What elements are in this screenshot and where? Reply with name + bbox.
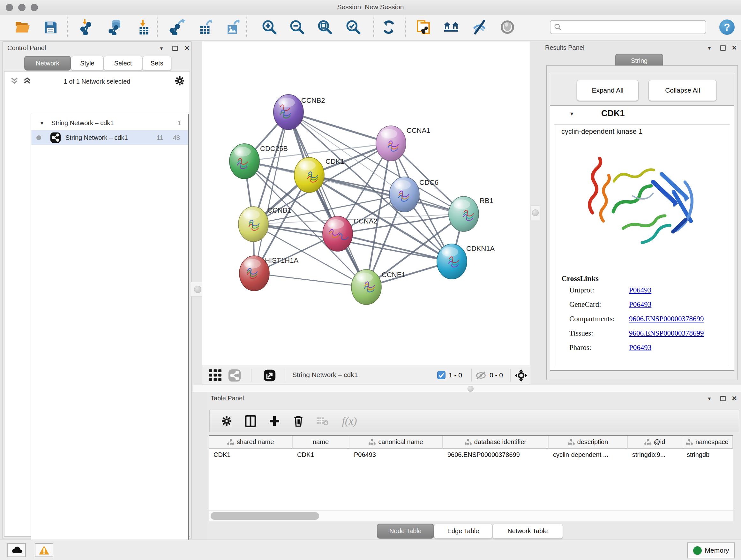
import-network-from-database-button[interactable] xyxy=(107,19,124,36)
export-publication-button[interactable] xyxy=(415,19,432,36)
collapse-all-button[interactable]: Collapse All xyxy=(649,80,717,101)
open-session-button[interactable] xyxy=(14,19,30,36)
table-options-button[interactable] xyxy=(219,414,234,429)
column-header-namespace[interactable]: namespace xyxy=(682,436,733,449)
node-label-CDC25B: CDC25B xyxy=(260,145,288,152)
network-edge-CCNB2-CCNE1[interactable] xyxy=(288,112,366,287)
control-panel-float-icon[interactable] xyxy=(170,44,180,53)
zoom-in-button[interactable] xyxy=(261,19,278,36)
expand-all-button[interactable]: Expand All xyxy=(577,80,638,101)
table-cell[interactable]: stringdb:9... xyxy=(628,449,682,461)
zoom-out-button[interactable] xyxy=(289,19,306,36)
network-node-CDC6[interactable] xyxy=(389,177,419,212)
tab-edge-table[interactable]: Edge Table xyxy=(434,523,492,539)
network-node-CCNB2[interactable] xyxy=(273,95,304,130)
birds-eye-toggle-button[interactable] xyxy=(515,369,528,383)
network-node-CCNA1[interactable] xyxy=(376,126,406,161)
tab-select[interactable]: Select xyxy=(104,56,142,71)
network-node-CDC25B[interactable] xyxy=(229,144,259,179)
crosslink-link-1[interactable]: P06493 xyxy=(629,300,651,309)
import-table-button[interactable] xyxy=(136,19,152,36)
control-panel-close-icon[interactable]: × xyxy=(182,43,192,53)
table-horizontal-scrollbar[interactable] xyxy=(209,510,733,521)
table-cell[interactable]: 9606.ENSP00000378699 xyxy=(443,449,549,461)
column-header-shared-name[interactable]: shared name xyxy=(209,436,293,449)
tab-sets[interactable]: Sets xyxy=(142,56,172,71)
crosslink-link-0[interactable]: P06493 xyxy=(629,286,651,294)
network-graph[interactable]: CCNB2CCNA1CDC25BCDK1CDC6RB1CCNB1CCNA2CDK… xyxy=(202,42,530,366)
help-button[interactable]: ? xyxy=(719,19,735,36)
network-edge-HIST1H1A-CCNE1[interactable] xyxy=(254,273,366,287)
tab-style[interactable]: Style xyxy=(71,56,104,71)
table-cell[interactable]: CDK1 xyxy=(293,449,349,461)
table-panel-collapse-icon[interactable]: ▼ xyxy=(704,394,714,403)
search-field[interactable] xyxy=(550,20,706,34)
apply-layout-button[interactable] xyxy=(381,19,397,36)
network-edge-CCNB2-CCNA1[interactable] xyxy=(288,112,391,143)
table-panel-close-icon[interactable]: × xyxy=(730,393,739,403)
table-panel-float-icon[interactable] xyxy=(718,394,728,403)
tab-network-table[interactable]: Network Table xyxy=(492,523,563,539)
table-cell[interactable]: CDK1 xyxy=(209,449,293,461)
network-view-canvas[interactable]: CCNB2CCNA1CDC25BCDK1CDC6RB1CCNB1CCNA2CDK… xyxy=(202,42,530,366)
function-builder-button[interactable]: f(x) xyxy=(337,414,362,429)
zoom-selected-button[interactable] xyxy=(345,19,361,36)
network-node-RB1[interactable] xyxy=(449,196,479,232)
tab-node-table[interactable]: Node Table xyxy=(377,523,434,539)
card-collapse-icon[interactable]: ▼ xyxy=(569,111,575,117)
zoom-fit-button[interactable] xyxy=(317,19,333,36)
create-column-button[interactable] xyxy=(266,414,282,429)
network-options-gear-icon[interactable] xyxy=(174,75,185,87)
save-session-button[interactable] xyxy=(42,19,59,36)
crosslink-link-4[interactable]: P06493 xyxy=(629,344,651,352)
tree-expand-icon[interactable]: ▼ xyxy=(40,120,44,126)
column-header-database-identifier[interactable]: database identifier xyxy=(443,436,549,449)
column-header-canonical-name[interactable]: canonical name xyxy=(349,436,443,449)
network-tab-content: 1 of 1 Network selected ▼ String Network… xyxy=(4,71,190,537)
results-panel-collapse-icon[interactable]: ▼ xyxy=(704,43,714,53)
network-node-CDKN1A[interactable] xyxy=(437,244,467,279)
glass-ball-icon xyxy=(500,19,515,35)
selected-checkbox-icon[interactable] xyxy=(437,371,446,381)
network-node-CCNE1[interactable] xyxy=(351,269,381,305)
memory-button[interactable]: Memory xyxy=(687,543,735,558)
node-table: shared namenamecanonical namedatabase id… xyxy=(209,435,733,521)
table-cell[interactable]: stringdb xyxy=(682,449,733,461)
control-panel-collapse-icon[interactable]: ▼ xyxy=(157,44,166,53)
table-cell[interactable]: P06493 xyxy=(349,449,443,461)
network-edge-CCNB2-HIST1H1A[interactable] xyxy=(254,112,288,273)
network-node-CCNB1[interactable] xyxy=(239,206,268,242)
network-collection-row[interactable]: ▼ String Network – cdk1 1 xyxy=(31,116,188,130)
results-panel-close-icon[interactable]: × xyxy=(730,43,739,52)
string-protein-query-button[interactable] xyxy=(443,19,460,36)
horizontal-splitter-handle[interactable] xyxy=(468,386,474,392)
scrollbar-thumb[interactable] xyxy=(211,512,319,520)
export-image-button[interactable] xyxy=(225,19,241,36)
network-row[interactable]: String Network – cdk1 11 48 xyxy=(31,130,188,145)
crosslink-link-2[interactable]: 9606.ENSP00000378699 xyxy=(629,315,704,323)
export-network-button[interactable] xyxy=(169,19,186,36)
node-label-CCNA1: CCNA1 xyxy=(407,126,430,134)
network-node-CCNA2[interactable] xyxy=(323,216,353,251)
string-view-button[interactable] xyxy=(228,369,241,383)
table-cell[interactable]: cyclin-dependent ... xyxy=(549,449,628,461)
delete-table-button[interactable] xyxy=(314,414,330,429)
import-network-button[interactable] xyxy=(79,19,96,36)
delete-column-button[interactable] xyxy=(290,414,307,429)
network-node-CDK1[interactable] xyxy=(294,158,324,192)
tab-network[interactable]: Network xyxy=(24,56,71,71)
right-splitter-handle[interactable] xyxy=(530,205,540,220)
column-header-description[interactable]: description xyxy=(549,436,628,449)
column-header--id[interactable]: @id xyxy=(628,436,682,449)
crosslink-link-3[interactable]: 9606.ENSP00000378699 xyxy=(629,329,704,337)
detach-view-button[interactable] xyxy=(264,369,276,383)
glass-ball-toggle-button[interactable] xyxy=(499,19,516,36)
results-panel-float-icon[interactable] xyxy=(718,43,728,53)
column-header-name[interactable]: name xyxy=(293,436,349,449)
grid-view-button[interactable] xyxy=(208,369,222,383)
export-table-button[interactable] xyxy=(197,19,214,36)
enhanced-graphics-toggle-button[interactable] xyxy=(471,19,488,36)
warnings-button[interactable] xyxy=(35,543,53,557)
show-columns-button[interactable] xyxy=(243,414,259,429)
cloud-button[interactable] xyxy=(7,543,26,557)
